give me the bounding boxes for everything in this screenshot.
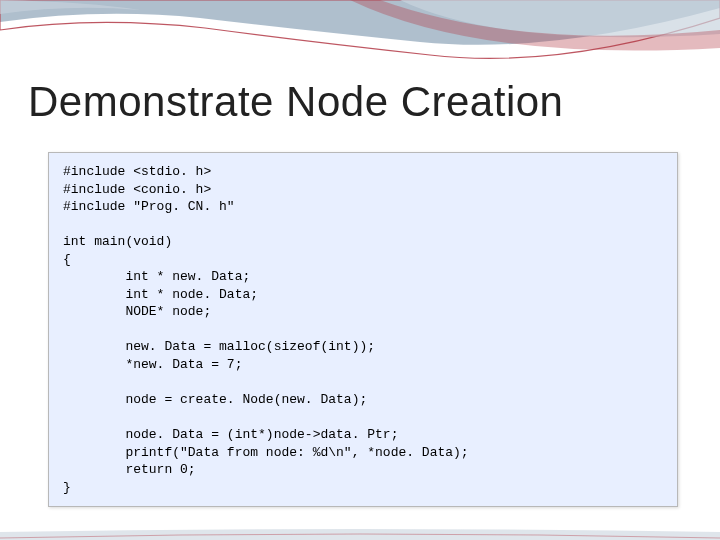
bottom-trim-decoration: [0, 526, 720, 540]
slide-title: Demonstrate Node Creation: [28, 78, 563, 126]
code-content: #include <stdio. h> #include <conio. h> …: [63, 164, 469, 495]
code-block: #include <stdio. h> #include <conio. h> …: [48, 152, 678, 507]
top-ribbon-decoration: [0, 0, 720, 80]
